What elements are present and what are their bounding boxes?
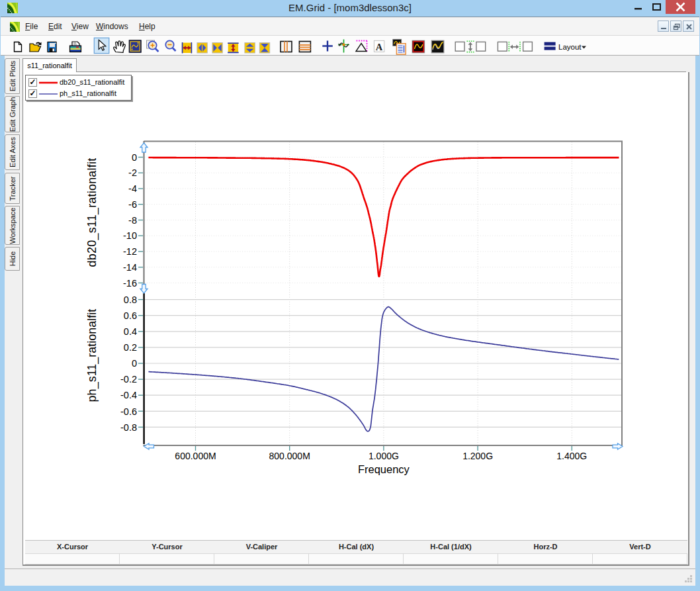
svg-text:-0.2: -0.2: [120, 374, 137, 385]
svg-text:0: 0: [132, 358, 137, 369]
svg-text:-2: -2: [128, 167, 137, 178]
svg-text:-0.8: -0.8: [120, 422, 137, 433]
svg-text:-6: -6: [128, 199, 137, 210]
svg-text:-4: -4: [128, 183, 137, 194]
svg-text:-8: -8: [128, 215, 137, 226]
svg-text:0.6: 0.6: [124, 310, 137, 321]
svg-text:A: A: [376, 42, 383, 52]
svg-text:-0.4: -0.4: [120, 390, 137, 400]
svg-text:ph_s11_rationalfit: ph_s11_rationalfit: [85, 309, 99, 402]
svg-text:-12: -12: [123, 246, 137, 257]
svg-text:-10: -10: [123, 230, 137, 241]
svg-text:1.400G: 1.400G: [556, 451, 587, 461]
svg-text:1.000G: 1.000G: [369, 451, 399, 461]
svg-text:0.4: 0.4: [124, 326, 137, 337]
svg-text:0.2: 0.2: [124, 342, 137, 353]
svg-text:0: 0: [132, 152, 137, 163]
svg-text:600.000M: 600.000M: [175, 451, 216, 461]
svg-text:800.000M: 800.000M: [269, 451, 310, 461]
svg-text:Layout: Layout: [558, 43, 582, 51]
svg-text:-0.6: -0.6: [120, 406, 137, 417]
svg-text:1.200G: 1.200G: [462, 451, 493, 461]
svg-text:-14: -14: [123, 262, 137, 273]
svg-text:0.8: 0.8: [124, 295, 137, 305]
svg-text:-16: -16: [123, 278, 137, 289]
svg-text:db20_s11_rationalfit: db20_s11_rationalfit: [85, 158, 99, 267]
svg-text:Frequency: Frequency: [358, 463, 410, 475]
